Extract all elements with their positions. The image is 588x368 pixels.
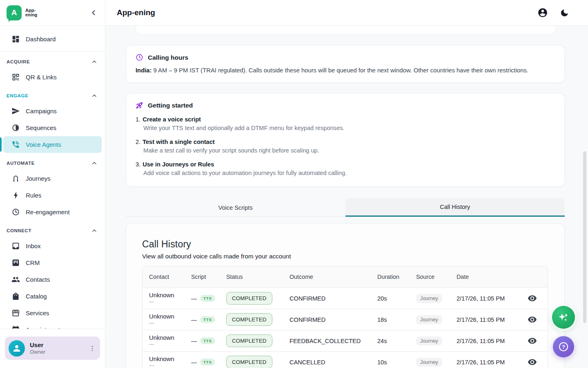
sparkles-icon [558, 312, 569, 323]
user-profile-card[interactable]: User Owner [5, 337, 100, 360]
route-icon [11, 174, 20, 183]
chevron-up-icon[interactable] [91, 58, 98, 65]
tab-voice-scripts[interactable]: Voice Scripts [126, 198, 345, 217]
duration-cell: 18s [371, 316, 410, 323]
section-header-automate: AUTOMATE [0, 153, 105, 170]
app-logo: A [7, 5, 22, 20]
sidebar-item-voice-agents[interactable]: Voice Agents [3, 136, 102, 153]
tab-bar: Voice Scripts Call History [126, 198, 565, 217]
duration-cell: 20s [371, 295, 410, 302]
column-header: Contact [143, 274, 185, 280]
sidebar-item-services[interactable]: Services [0, 305, 105, 321]
calling-hours-card: Calling hours India: 9 AM – 9 PM IST (TR… [126, 45, 565, 83]
main-area: App-ening Calling hours India: 9 AM – 9 … [105, 0, 588, 368]
chevron-up-icon[interactable] [91, 92, 98, 99]
sidebar-nav: Dashboard ACQUIRE QR & Links ENGAGE Camp… [0, 26, 105, 329]
user-avatar [9, 340, 25, 357]
table-row[interactable]: Unknown — — TTS COMPLETED CONFIRMED 18s … [143, 309, 548, 330]
content: Calling hours India: 9 AM – 9 PM IST (TR… [105, 26, 588, 368]
chevron-up-icon[interactable] [91, 160, 98, 166]
ai-assistant-button[interactable] [552, 306, 575, 329]
table-row[interactable]: Unknown — — TTS COMPLETED CONFIRMED 20s … [143, 287, 548, 309]
getting-started-card: Getting started 1.Create a voice script … [126, 93, 565, 187]
sidebar-item-journeys[interactable]: Journeys [0, 170, 105, 187]
sidebar-item-dashboard[interactable]: Dashboard [0, 31, 105, 47]
bolt-icon [11, 191, 20, 200]
send-icon [11, 107, 20, 115]
sidebar-item-qr-links[interactable]: QR & Links [0, 69, 105, 85]
dark-mode-toggle-icon[interactable] [560, 8, 569, 18]
qr-code-icon [11, 73, 20, 81]
call-history-card: Call History View all outbound voice cal… [126, 223, 565, 368]
user-role: Owner [30, 349, 45, 355]
calling-hours-body: India: 9 AM – 9 PM IST (TRAI regulated).… [136, 67, 555, 74]
sidebar-item-catalog[interactable]: Catalog [0, 288, 105, 305]
sidebar-item-re-engagement[interactable]: Re-engagement [0, 204, 105, 220]
sidebar-item-contacts[interactable]: Contacts [0, 271, 105, 288]
sidebar-item-campaigns[interactable]: Campaigns [0, 103, 105, 119]
phone-talk-icon [11, 140, 20, 149]
date-cell: 2/17/26, 11:05 PM [450, 295, 517, 302]
page-title: App-ening [117, 8, 155, 17]
view-call-button[interactable] [528, 357, 537, 367]
user-name: User [30, 341, 45, 348]
sidebar-item-crm[interactable]: CRM [0, 254, 105, 271]
header-actions [537, 7, 569, 18]
calendar-icon [11, 325, 20, 329]
duration-cell: 10s [371, 359, 410, 366]
shopping-bag-icon [11, 292, 20, 301]
column-header: Script [185, 274, 220, 280]
view-call-button[interactable] [528, 315, 537, 324]
date-cell: 2/17/26, 11:05 PM [450, 316, 517, 323]
top-header: App-ening [105, 0, 588, 26]
source-badge: Journey [416, 358, 442, 367]
help-icon: ? [558, 341, 569, 352]
script-cell: — TTS [185, 337, 220, 344]
sidebar-item-rules[interactable]: Rules [0, 187, 105, 204]
user-menu-button[interactable] [89, 345, 96, 352]
step-1: 1.Create a voice script Write your TTS t… [136, 116, 555, 131]
script-cell: — TTS [185, 359, 220, 366]
sidebar: A App- ening Dashboard ACQUIRE QR & Link… [0, 0, 105, 368]
account-circle-icon[interactable] [537, 7, 548, 18]
contact-cell: Unknown — [143, 356, 185, 368]
inbox-icon [11, 242, 20, 250]
sidebar-item-inbox[interactable]: Inbox [0, 238, 105, 254]
call-history-title: Call History [142, 239, 548, 250]
clock-icon [11, 208, 20, 216]
column-header: Source [410, 274, 450, 280]
status-badge: COMPLETED [226, 292, 272, 305]
sidebar-item-sequences[interactable]: Sequences [0, 119, 105, 136]
view-call-button[interactable] [528, 336, 537, 346]
column-header: Status [220, 274, 283, 280]
tts-badge: TTS [200, 337, 215, 344]
help-button[interactable]: ? [553, 336, 574, 357]
dashboard-icon [11, 35, 20, 43]
status-badge: COMPLETED [226, 313, 272, 326]
tts-badge: TTS [200, 359, 215, 366]
chevron-up-icon[interactable] [91, 227, 98, 234]
outcome-cell: CONFIRMED [283, 295, 371, 302]
table-header-row: Contact Script Status Outcome Duration S… [143, 266, 548, 287]
svg-text:?: ? [562, 344, 565, 350]
contact-cell: Unknown — [143, 313, 185, 326]
sidebar-collapse-button[interactable] [89, 9, 98, 17]
app-logo-letter: A [11, 8, 17, 17]
outcome-cell: FEEDBACK_COLLECTED [283, 338, 371, 344]
duration-cell: 24s [371, 338, 410, 344]
scrollbar-thumb[interactable] [583, 151, 586, 323]
script-cell: — TTS [185, 316, 220, 323]
outcome-cell: CONFIRMED [283, 316, 371, 323]
contact-cell: Unknown — [143, 292, 185, 305]
table-row[interactable]: Unknown — — TTS COMPLETED FEEDBACK_COLLE… [143, 330, 548, 351]
sidebar-header: A App- ening [0, 0, 105, 26]
tab-call-history[interactable]: Call History [345, 198, 565, 217]
sidebar-item-appointments[interactable]: Appointments [0, 321, 105, 329]
section-header-connect: CONNECT [0, 220, 105, 238]
sidebar-footer: User Owner [0, 329, 105, 368]
person-icon [12, 343, 22, 353]
kanban-icon [11, 258, 20, 267]
source-badge: Journey [416, 315, 442, 324]
table-row[interactable]: Unknown — — TTS COMPLETED CANCELLED 10s … [143, 351, 548, 368]
view-call-button[interactable] [528, 294, 537, 303]
